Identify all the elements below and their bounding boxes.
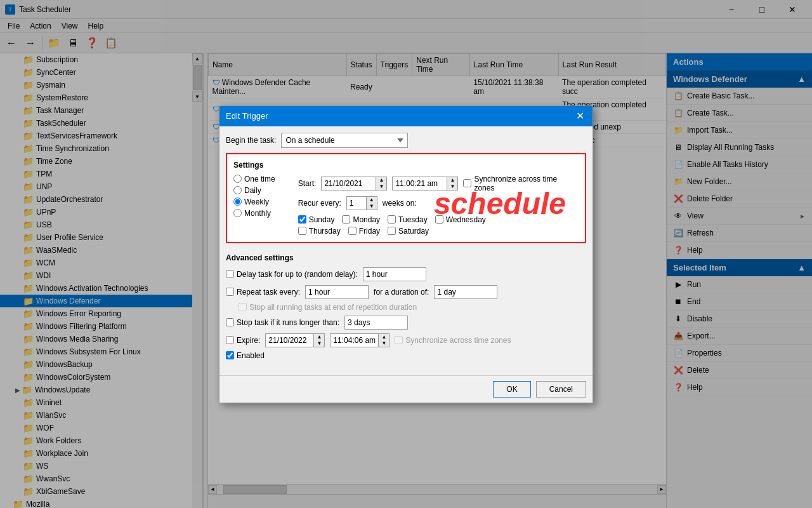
expire-date-up[interactable]: ▲	[314, 334, 324, 340]
time-spin-up[interactable]: ▲	[447, 177, 457, 184]
stop-running-row: Stop all running tasks at end of repetit…	[226, 303, 586, 312]
recur-value-field[interactable]	[347, 197, 366, 210]
delay-check[interactable]: Delay task for up to (random delay):	[226, 270, 358, 279]
modal-close-button[interactable]: ✕	[573, 110, 586, 123]
enabled-input[interactable]	[226, 351, 234, 359]
day-sunday-input[interactable]	[298, 215, 306, 224]
radio-daily-input[interactable]	[233, 186, 242, 194]
radio-monthly-input[interactable]	[233, 209, 242, 217]
expire-date-spin: ▲ ▼	[313, 334, 324, 347]
stop-longer-check[interactable]: Stop task if it runs longer than:	[226, 318, 339, 327]
start-time-field[interactable]	[393, 177, 447, 190]
time-spin-btns: ▲ ▼	[447, 177, 457, 190]
day-wednesday-input[interactable]	[435, 215, 443, 224]
recur-spin-down[interactable]: ▼	[367, 203, 377, 210]
repeat-input[interactable]	[226, 288, 234, 296]
expire-sync-input[interactable]	[395, 336, 403, 344]
begin-task-label: Begin the task:	[226, 136, 276, 145]
date-spin-down[interactable]: ▼	[376, 184, 386, 190]
cancel-button[interactable]: Cancel	[536, 381, 586, 398]
radio-monthly[interactable]: Monthly	[233, 209, 275, 218]
day-monday-input[interactable]	[342, 215, 350, 224]
time-spin-down[interactable]: ▼	[447, 184, 457, 190]
stop-running-label: Stop all running tasks at end of repetit…	[249, 303, 417, 312]
modal-overlay: Edit Trigger ✕ Begin the task: On a sche…	[0, 0, 812, 508]
expire-check[interactable]: Expire:	[226, 336, 260, 345]
day-thursday[interactable]: Thursday	[298, 227, 341, 236]
settings-title: Settings	[233, 161, 579, 170]
radio-daily[interactable]: Daily	[233, 186, 275, 195]
sync-timezone-label: Synchronize across time zones	[474, 175, 579, 192]
day-saturday[interactable]: Saturday	[388, 227, 429, 236]
start-row: Start: ▲ ▼ ▲	[298, 175, 579, 192]
expire-time-field[interactable]	[331, 334, 378, 347]
expire-input[interactable]	[226, 336, 234, 344]
day-sunday-label: Sunday	[309, 215, 335, 224]
settings-right: Start: ▲ ▼ ▲	[298, 175, 579, 236]
repeat-row: Repeat task every: 1 hour 30 minutes 12 …	[226, 285, 586, 299]
day-checkboxes-2: Thursday Friday Saturday	[298, 227, 579, 236]
delay-input[interactable]	[226, 270, 234, 278]
stop-running-check[interactable]: Stop all running tasks at end of repetit…	[239, 303, 417, 312]
stop-longer-row: Stop task if it runs longer than: 3 days…	[226, 316, 586, 330]
stop-longer-label: Stop task if it runs longer than:	[237, 318, 339, 327]
start-time-input[interactable]: ▲ ▼	[392, 177, 458, 190]
expire-sync-check[interactable]: Synchronize across time zones	[395, 336, 511, 345]
day-checkboxes: Sunday Monday Tuesday	[298, 215, 579, 224]
recur-value-input[interactable]: ▲ ▼	[346, 196, 377, 210]
enabled-check[interactable]: Enabled	[226, 351, 265, 360]
radio-weekly[interactable]: Weekly	[233, 197, 275, 206]
radio-group: One time Daily Weekly Monthly	[233, 175, 275, 236]
recur-spin-up[interactable]: ▲	[367, 197, 377, 203]
sync-timezone-input[interactable]	[463, 179, 471, 187]
day-sunday[interactable]: Sunday	[298, 215, 335, 224]
repeat-label: Repeat task every:	[237, 288, 300, 297]
day-friday[interactable]: Friday	[348, 227, 380, 236]
expire-row: Expire: ▲ ▼ ▲ ▼	[226, 333, 586, 347]
date-spin-up[interactable]: ▲	[376, 177, 386, 184]
ok-button[interactable]: OK	[493, 381, 530, 398]
repeat-check[interactable]: Repeat task every:	[226, 288, 300, 297]
radio-onetime-input[interactable]	[233, 175, 242, 183]
day-tuesday-label: Tuesday	[398, 215, 428, 224]
date-spin-btns: ▲ ▼	[376, 177, 386, 190]
stop-longer-select[interactable]: 3 days 1 hour 1 day	[344, 316, 408, 330]
stop-longer-input[interactable]	[226, 318, 234, 326]
radio-onetime[interactable]: One time	[233, 175, 275, 184]
duration-select[interactable]: 1 day Indefinitely 12 hours	[434, 285, 497, 299]
day-saturday-input[interactable]	[388, 227, 396, 235]
expire-time-input[interactable]: ▲ ▼	[330, 333, 390, 347]
day-friday-input[interactable]	[348, 227, 357, 235]
day-tuesday[interactable]: Tuesday	[388, 215, 428, 224]
expire-date-field[interactable]	[266, 334, 313, 347]
start-date-input[interactable]: ▲ ▼	[321, 177, 387, 190]
start-date-field[interactable]	[322, 177, 376, 190]
expire-time-up[interactable]: ▲	[379, 334, 389, 340]
stop-running-input[interactable]	[239, 303, 247, 311]
radio-weekly-input[interactable]	[233, 197, 242, 206]
enabled-row: Enabled	[226, 351, 586, 360]
expire-time-down[interactable]: ▼	[379, 340, 389, 347]
expire-date-down[interactable]: ▼	[314, 340, 324, 347]
recur-row: Recur every: ▲ ▼ weeks on: schedule	[298, 196, 579, 210]
day-wednesday-label: Wednesday	[446, 215, 486, 224]
recur-spin-btns: ▲ ▼	[366, 197, 377, 210]
modal-title: Edit Trigger	[226, 111, 268, 121]
enabled-label: Enabled	[237, 351, 265, 360]
day-monday-label: Monday	[353, 215, 380, 224]
repeat-select[interactable]: 1 hour 30 minutes 12 hours	[305, 285, 369, 299]
day-wednesday[interactable]: Wednesday	[435, 215, 486, 224]
day-tuesday-input[interactable]	[388, 215, 396, 224]
settings-main: One time Daily Weekly Monthly	[233, 175, 579, 236]
sync-timezone-check[interactable]: Synchronize across time zones	[463, 175, 579, 192]
expire-sync-label: Synchronize across time zones	[405, 336, 511, 345]
expire-date-input[interactable]: ▲ ▼	[265, 333, 325, 347]
expire-label: Expire:	[237, 336, 260, 345]
day-thursday-input[interactable]	[298, 227, 306, 235]
delay-row: Delay task for up to (random delay): 1 h…	[226, 267, 586, 281]
delay-label: Delay task for up to (random delay):	[237, 270, 358, 279]
radio-onetime-label: One time	[244, 175, 275, 184]
day-monday[interactable]: Monday	[342, 215, 380, 224]
delay-select[interactable]: 1 hour 30 minutes 1 day	[363, 267, 426, 281]
begin-task-select[interactable]: On a schedule At log on At startup On id…	[281, 133, 408, 148]
